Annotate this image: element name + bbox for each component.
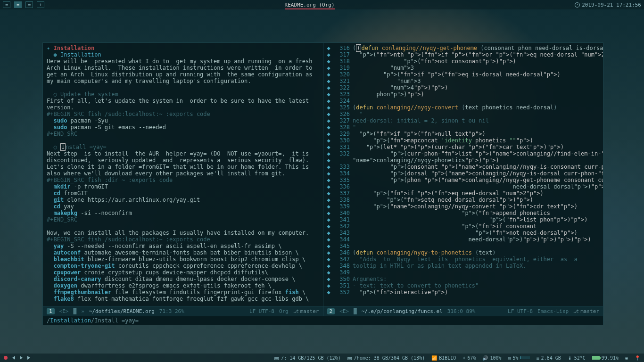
- datetime: 2019-09-21 17:21:56: [582, 2, 641, 8]
- cpu: ▤5%: [508, 355, 529, 361]
- disk-home: 🖴/home: 38 GB/304 GB (13%): [347, 355, 425, 361]
- brightness-icon: ☼: [462, 355, 465, 361]
- file-icon: █: [74, 308, 77, 314]
- battery: 99.91%: [592, 355, 619, 361]
- modeline-left: 1 <E> █ » ~/dotfiles/README.org 71:3 26%…: [43, 306, 323, 316]
- discord-icon[interactable]: ◉: [625, 355, 628, 361]
- location-icon[interactable]: 📍: [635, 355, 640, 361]
- thermometer-icon: 🌡: [568, 355, 572, 361]
- workspace-1[interactable]: ≡: [3, 1, 10, 8]
- temperature: 🌡52°C: [568, 355, 586, 361]
- media-controls: [12, 355, 30, 361]
- wifi-status[interactable]: 📶BIBLIO: [431, 355, 456, 361]
- next-icon[interactable]: [27, 355, 30, 361]
- git-branch-icon: ⎇: [293, 309, 299, 314]
- minibuffer[interactable]: /Installation/Install =yay=: [43, 316, 603, 325]
- disk-root: 🖴/: 14 GB/125 GB (12%): [274, 355, 340, 361]
- top-bar: ≡ ≡ ≡ + README.org (Org) 2019-09-21 17:2…: [0, 0, 644, 9]
- battery-icon: [592, 356, 600, 360]
- play-icon[interactable]: [20, 355, 23, 361]
- file-icon: █: [354, 308, 357, 314]
- emacs-frame: ✦ Installation ● Installation Here will …: [42, 42, 603, 325]
- wifi-icon: 📶: [431, 355, 437, 361]
- workspace-3[interactable]: ≡: [25, 1, 33, 8]
- git-branch-icon: ⎇: [573, 309, 579, 314]
- prev-icon[interactable]: [12, 355, 15, 361]
- record-icon[interactable]: [4, 356, 8, 360]
- clock-icon: [575, 2, 580, 8]
- disk-icon: 🖴: [347, 355, 352, 361]
- brightness[interactable]: ☼67%: [462, 355, 476, 361]
- workspace-add[interactable]: +: [37, 1, 44, 8]
- ram-icon: ≣: [537, 355, 539, 361]
- left-buffer[interactable]: ✦ Installation ● Installation Here will …: [43, 43, 323, 306]
- right-buffer[interactable]: ◆ 316((defun conlanging//nyqy-get-phonem…: [323, 43, 603, 306]
- modeline: 1 <E> █ » ~/dotfiles/README.org 71:3 26%…: [43, 306, 603, 316]
- bottom-bar: 🖴/: 14 GB/125 GB (12%) 🖴/home: 38 GB/304…: [0, 354, 644, 362]
- modeline-right: 2 <E> █ ~/.e/p/conlanging/funcs.el 316:0…: [323, 306, 603, 316]
- cpu-icon: ▤: [508, 355, 511, 361]
- workspace-2[interactable]: ≡: [14, 1, 22, 8]
- window-title: README.org (Org): [285, 2, 335, 9]
- disk-icon: 🖴: [274, 355, 279, 361]
- volume-icon: 🔊: [482, 355, 488, 361]
- ram: ≣2.84 GB: [537, 355, 561, 361]
- volume[interactable]: 🔊100%: [482, 355, 501, 361]
